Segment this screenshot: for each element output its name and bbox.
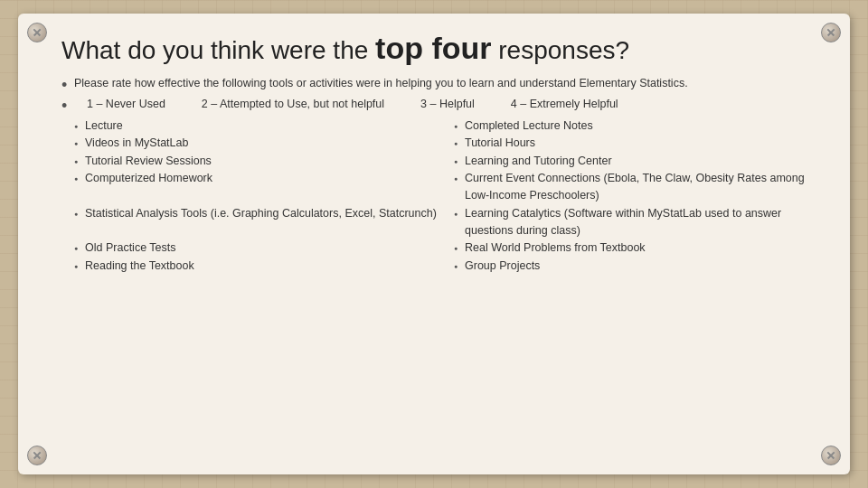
- scale-2: 2 – Attempted to Use, but not helpful: [202, 97, 384, 113]
- list-item-text: Completed Lecture Notes: [465, 117, 593, 135]
- list-bullet: ●: [74, 174, 85, 184]
- list-item: ●Learning Catalytics (Software within My…: [454, 205, 825, 240]
- list-bullet: ●: [454, 210, 465, 220]
- list-bullet: ●: [454, 174, 465, 184]
- screw-top-right: [821, 23, 841, 42]
- list-item-text: Reading the Textbook: [85, 258, 194, 275]
- title-text-start: What do you think were the: [61, 36, 375, 64]
- list-item: ●Current Event Connections (Ebola, The C…: [454, 170, 825, 205]
- list-item-text: Learning and Tutoring Center: [465, 153, 612, 170]
- bullet-text-1: Please rate how effective the following …: [74, 76, 825, 92]
- list-bullet: ●: [74, 139, 85, 149]
- bullet-2: • 1 – Never Used 2 – Attempted to Use, b…: [61, 97, 825, 114]
- list-item: ●Real World Problems from Textbook: [454, 239, 825, 257]
- title-text-end: responses?: [491, 36, 629, 64]
- scale-4: 4 – Extremely Helpful: [511, 97, 618, 113]
- list-item: ●Computerized Homework: [74, 170, 445, 205]
- list-bullet: ●: [454, 244, 465, 254]
- list-item: ●Tutorial Review Sessions: [74, 153, 445, 170]
- items-grid: ●Lecture●Completed Lecture Notes●Videos …: [74, 117, 825, 275]
- list-item: ●Reading the Textbook: [74, 258, 445, 275]
- list-item-text: Videos in MyStatLab: [85, 135, 188, 152]
- bullet-dot-1: •: [61, 77, 74, 93]
- list-bullet: ●: [454, 122, 465, 132]
- scale-3: 3 – Helpful: [420, 97, 475, 113]
- bullet-dot-2: •: [61, 98, 74, 114]
- list-bullet: ●: [454, 157, 465, 167]
- list-bullet: ●: [454, 262, 465, 272]
- list-item-text: Group Projects: [465, 258, 540, 275]
- screw-bottom-right: [821, 446, 841, 465]
- list-item: ●Tutorial Hours: [454, 135, 825, 152]
- list-bullet: ●: [74, 244, 85, 254]
- list-item: ●Learning and Tutoring Center: [454, 153, 825, 170]
- list-bullet: ●: [74, 157, 85, 167]
- list-item: ●Lecture: [74, 117, 445, 135]
- list-bullet: ●: [74, 122, 85, 132]
- screw-bottom-left: [27, 446, 47, 465]
- list-item-text: Tutorial Review Sessions: [85, 153, 212, 170]
- list-item-text: Statistical Analysis Tools (i.e. Graphin…: [85, 205, 437, 222]
- list-item-text: Old Practice Tests: [85, 239, 176, 257]
- list-item: ●Old Practice Tests: [74, 239, 445, 257]
- list-item: ●Completed Lecture Notes: [454, 117, 825, 135]
- list-item-text: Tutorial Hours: [465, 135, 535, 152]
- list-item-text: Computerized Homework: [85, 170, 212, 187]
- title-bold: top four: [375, 31, 491, 65]
- scale-row: 1 – Never Used 2 – Attempted to Use, but…: [87, 97, 618, 113]
- list-item-text: Lecture: [85, 117, 123, 135]
- list-bullet: ●: [74, 262, 85, 272]
- scale-1: 1 – Never Used: [87, 97, 165, 113]
- list-item: ●Statistical Analysis Tools (i.e. Graphi…: [74, 205, 445, 240]
- list-bullet: ●: [454, 139, 465, 149]
- list-item-text: Current Event Connections (Ebola, The Cl…: [465, 170, 825, 205]
- list-item: ●Group Projects: [454, 258, 825, 275]
- slide: What do you think were the top four resp…: [18, 14, 850, 474]
- slide-title: What do you think were the top four resp…: [43, 30, 825, 67]
- bullet-1: • Please rate how effective the followin…: [61, 76, 825, 93]
- list-bullet: ●: [74, 210, 85, 220]
- content-area: • Please rate how effective the followin…: [43, 76, 825, 275]
- screw-top-left: [27, 23, 47, 42]
- list-item-text: Real World Problems from Textbook: [465, 239, 646, 257]
- list-item: ●Videos in MyStatLab: [74, 135, 445, 152]
- list-item-text: Learning Catalytics (Software within MyS…: [465, 205, 825, 240]
